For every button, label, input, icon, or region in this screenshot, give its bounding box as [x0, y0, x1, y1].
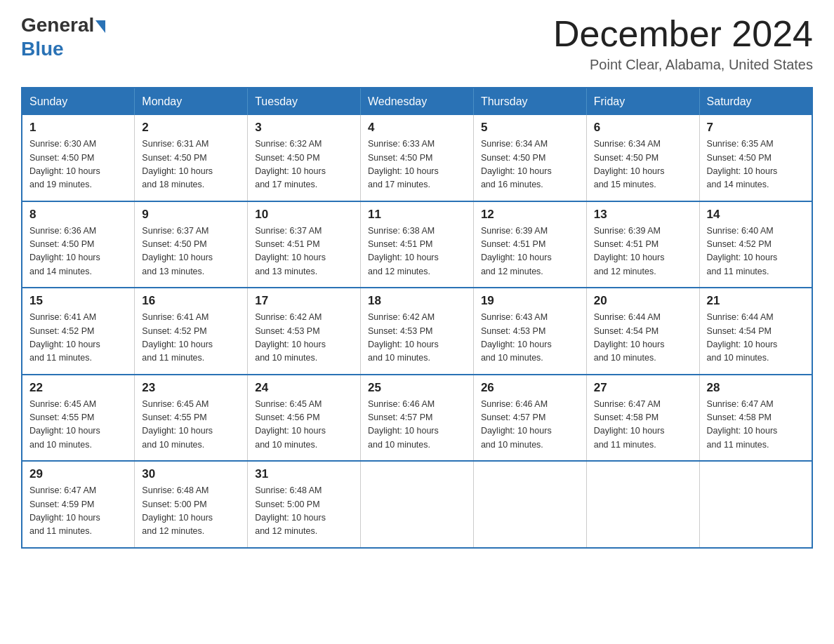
calendar-cell: 20Sunrise: 6:44 AMSunset: 4:54 PMDayligh… [586, 288, 699, 375]
calendar-cell: 21Sunrise: 6:44 AMSunset: 4:54 PMDayligh… [699, 288, 812, 375]
day-number: 7 [707, 121, 805, 135]
location-subtitle: Point Clear, Alabama, United States [553, 57, 813, 73]
day-number: 10 [255, 208, 353, 222]
day-info: Sunrise: 6:47 AMSunset: 4:58 PMDaylight:… [594, 398, 692, 452]
day-info: Sunrise: 6:34 AMSunset: 4:50 PMDaylight:… [594, 137, 692, 192]
day-number: 19 [481, 294, 579, 308]
logo-blue-text: Blue [21, 38, 64, 60]
day-number: 20 [594, 294, 692, 308]
calendar-cell: 11Sunrise: 6:38 AMSunset: 4:51 PMDayligh… [361, 201, 474, 288]
day-info: Sunrise: 6:38 AMSunset: 4:51 PMDaylight:… [368, 224, 466, 279]
calendar-cell: 30Sunrise: 6:48 AMSunset: 5:00 PMDayligh… [135, 461, 248, 548]
day-number: 13 [594, 208, 692, 222]
calendar-cell [699, 461, 812, 548]
day-number: 22 [29, 381, 127, 395]
day-info: Sunrise: 6:32 AMSunset: 4:50 PMDaylight:… [255, 137, 353, 192]
day-number: 14 [707, 208, 805, 222]
day-number: 15 [29, 294, 127, 308]
month-title: December 2024 [553, 14, 813, 54]
day-number: 1 [29, 121, 127, 135]
calendar-cell: 25Sunrise: 6:46 AMSunset: 4:57 PMDayligh… [361, 375, 474, 462]
calendar-cell: 4Sunrise: 6:33 AMSunset: 4:50 PMDaylight… [361, 115, 474, 201]
day-info: Sunrise: 6:45 AMSunset: 4:56 PMDaylight:… [255, 398, 353, 452]
calendar-cell: 5Sunrise: 6:34 AMSunset: 4:50 PMDaylight… [473, 115, 586, 201]
day-number: 16 [142, 294, 240, 308]
day-number: 4 [368, 121, 466, 135]
day-info: Sunrise: 6:39 AMSunset: 4:51 PMDaylight:… [594, 224, 692, 279]
day-info: Sunrise: 6:34 AMSunset: 4:50 PMDaylight:… [481, 137, 579, 192]
day-info: Sunrise: 6:42 AMSunset: 4:53 PMDaylight:… [255, 311, 353, 365]
calendar-cell: 22Sunrise: 6:45 AMSunset: 4:55 PMDayligh… [22, 375, 135, 462]
day-number: 31 [255, 467, 353, 481]
calendar-cell: 10Sunrise: 6:37 AMSunset: 4:51 PMDayligh… [248, 201, 361, 288]
day-info: Sunrise: 6:43 AMSunset: 4:53 PMDaylight:… [481, 311, 579, 365]
day-info: Sunrise: 6:40 AMSunset: 4:52 PMDaylight:… [707, 224, 805, 279]
day-info: Sunrise: 6:44 AMSunset: 4:54 PMDaylight:… [707, 311, 805, 365]
day-info: Sunrise: 6:41 AMSunset: 4:52 PMDaylight:… [29, 311, 127, 365]
calendar-cell: 28Sunrise: 6:47 AMSunset: 4:58 PMDayligh… [699, 375, 812, 462]
calendar-cell: 2Sunrise: 6:31 AMSunset: 4:50 PMDaylight… [135, 115, 248, 201]
day-info: Sunrise: 6:37 AMSunset: 4:51 PMDaylight:… [255, 224, 353, 279]
weekday-header-sunday: Sunday [22, 88, 135, 115]
day-info: Sunrise: 6:39 AMSunset: 4:51 PMDaylight:… [481, 224, 579, 279]
day-number: 8 [29, 208, 127, 222]
weekday-header-saturday: Saturday [699, 88, 812, 115]
day-info: Sunrise: 6:37 AMSunset: 4:50 PMDaylight:… [142, 224, 240, 279]
calendar-cell: 3Sunrise: 6:32 AMSunset: 4:50 PMDaylight… [248, 115, 361, 201]
calendar-cell: 6Sunrise: 6:34 AMSunset: 4:50 PMDaylight… [586, 115, 699, 201]
day-info: Sunrise: 6:41 AMSunset: 4:52 PMDaylight:… [142, 311, 240, 365]
day-number: 23 [142, 381, 240, 395]
calendar-cell: 31Sunrise: 6:48 AMSunset: 5:00 PMDayligh… [248, 461, 361, 548]
weekday-header-friday: Friday [586, 88, 699, 115]
calendar-cell: 9Sunrise: 6:37 AMSunset: 4:50 PMDaylight… [135, 201, 248, 288]
calendar-week-row: 22Sunrise: 6:45 AMSunset: 4:55 PMDayligh… [22, 375, 812, 462]
calendar-cell [586, 461, 699, 548]
calendar-cell: 26Sunrise: 6:46 AMSunset: 4:57 PMDayligh… [473, 375, 586, 462]
page-header: General Blue December 2024 Point Clear, … [21, 14, 813, 73]
calendar-cell: 15Sunrise: 6:41 AMSunset: 4:52 PMDayligh… [22, 288, 135, 375]
day-info: Sunrise: 6:35 AMSunset: 4:50 PMDaylight:… [707, 137, 805, 192]
day-number: 21 [707, 294, 805, 308]
calendar-week-row: 1Sunrise: 6:30 AMSunset: 4:50 PMDaylight… [22, 115, 812, 201]
calendar-cell: 23Sunrise: 6:45 AMSunset: 4:55 PMDayligh… [135, 375, 248, 462]
logo: General Blue [21, 14, 105, 60]
calendar-cell: 24Sunrise: 6:45 AMSunset: 4:56 PMDayligh… [248, 375, 361, 462]
day-info: Sunrise: 6:47 AMSunset: 4:59 PMDaylight:… [29, 484, 127, 539]
day-number: 24 [255, 381, 353, 395]
calendar-week-row: 15Sunrise: 6:41 AMSunset: 4:52 PMDayligh… [22, 288, 812, 375]
calendar-week-row: 8Sunrise: 6:36 AMSunset: 4:50 PMDaylight… [22, 201, 812, 288]
calendar-cell: 16Sunrise: 6:41 AMSunset: 4:52 PMDayligh… [135, 288, 248, 375]
day-number: 27 [594, 381, 692, 395]
calendar-cell: 18Sunrise: 6:42 AMSunset: 4:53 PMDayligh… [361, 288, 474, 375]
weekday-header-thursday: Thursday [473, 88, 586, 115]
day-number: 5 [481, 121, 579, 135]
day-number: 3 [255, 121, 353, 135]
calendar-cell: 27Sunrise: 6:47 AMSunset: 4:58 PMDayligh… [586, 375, 699, 462]
calendar-table: SundayMondayTuesdayWednesdayThursdayFrid… [21, 87, 813, 549]
calendar-week-row: 29Sunrise: 6:47 AMSunset: 4:59 PMDayligh… [22, 461, 812, 548]
calendar-cell: 14Sunrise: 6:40 AMSunset: 4:52 PMDayligh… [699, 201, 812, 288]
day-info: Sunrise: 6:31 AMSunset: 4:50 PMDaylight:… [142, 137, 240, 192]
day-number: 2 [142, 121, 240, 135]
day-number: 26 [481, 381, 579, 395]
day-info: Sunrise: 6:45 AMSunset: 4:55 PMDaylight:… [29, 398, 127, 452]
day-info: Sunrise: 6:33 AMSunset: 4:50 PMDaylight:… [368, 137, 466, 192]
weekday-header-tuesday: Tuesday [248, 88, 361, 115]
calendar-cell: 12Sunrise: 6:39 AMSunset: 4:51 PMDayligh… [473, 201, 586, 288]
day-number: 18 [368, 294, 466, 308]
logo-arrow-icon [95, 20, 105, 33]
day-number: 12 [481, 208, 579, 222]
calendar-cell [473, 461, 586, 548]
calendar-cell: 19Sunrise: 6:43 AMSunset: 4:53 PMDayligh… [473, 288, 586, 375]
weekday-header-row: SundayMondayTuesdayWednesdayThursdayFrid… [22, 88, 812, 115]
calendar-cell: 8Sunrise: 6:36 AMSunset: 4:50 PMDaylight… [22, 201, 135, 288]
title-block: December 2024 Point Clear, Alabama, Unit… [553, 14, 813, 73]
day-number: 28 [707, 381, 805, 395]
day-number: 30 [142, 467, 240, 481]
day-info: Sunrise: 6:48 AMSunset: 5:00 PMDaylight:… [142, 484, 240, 539]
day-info: Sunrise: 6:46 AMSunset: 4:57 PMDaylight:… [481, 398, 579, 452]
weekday-header-wednesday: Wednesday [361, 88, 474, 115]
day-number: 25 [368, 381, 466, 395]
day-info: Sunrise: 6:30 AMSunset: 4:50 PMDaylight:… [29, 137, 127, 192]
day-info: Sunrise: 6:45 AMSunset: 4:55 PMDaylight:… [142, 398, 240, 452]
